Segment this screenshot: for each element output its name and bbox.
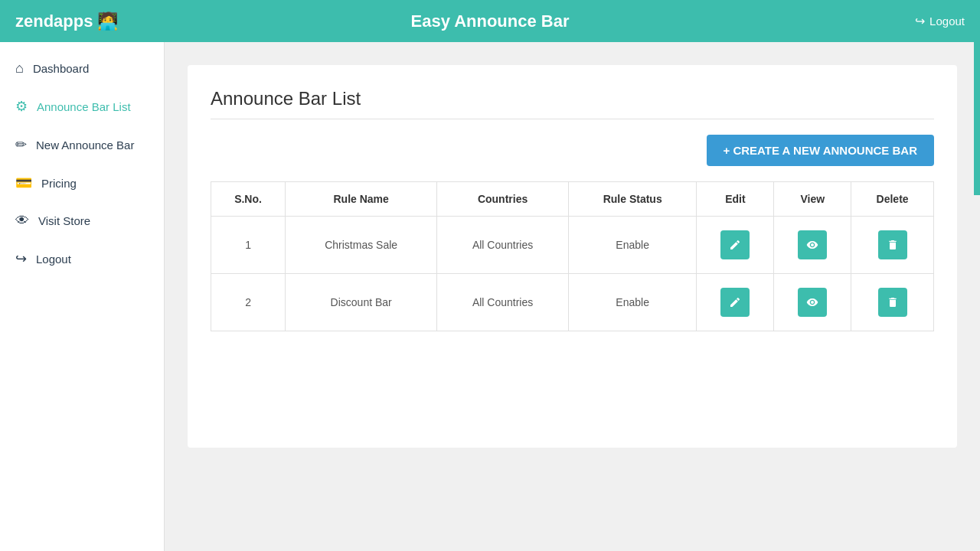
view-icon-1 <box>806 239 818 251</box>
edit-button-2[interactable] <box>720 288 750 317</box>
edit-icon: ✏ <box>15 136 27 153</box>
view-button-2[interactable] <box>798 288 827 317</box>
sidebar-item-visit-store[interactable]: 👁 Visit Store <box>0 202 164 240</box>
col-countries: Countries <box>437 182 569 217</box>
main-layout: ⌂ Dashboard ⚙ Announce Bar List ✏ New An… <box>0 42 980 551</box>
gear-icon: ⚙ <box>15 98 28 115</box>
edit-icon-1 <box>729 239 741 251</box>
delete-button-2[interactable] <box>878 288 907 317</box>
col-delete: Delete <box>851 182 934 217</box>
sidebar-label-pricing: Pricing <box>41 177 77 190</box>
col-edit: Edit <box>697 182 774 217</box>
sidebar-label-logout: Logout <box>36 253 71 266</box>
cell-rule-name: Discount Bar <box>286 274 437 331</box>
view-icon-2 <box>806 296 818 308</box>
page-title: Announce Bar List <box>211 88 934 119</box>
cell-rule-name: Christmas Sale <box>286 217 437 274</box>
main-content: Announce Bar List + CREATE A NEW ANNOUNC… <box>165 42 980 551</box>
cell-view <box>774 217 851 274</box>
create-announce-bar-button[interactable]: + CREATE A NEW ANNOUNCE BAR <box>707 135 934 166</box>
cell-rule-status: Enable <box>568 217 697 274</box>
sidebar-item-logout[interactable]: ↪ Logout <box>0 240 164 278</box>
sidebar-label-announce-bar-list: Announce Bar List <box>37 100 131 113</box>
cell-view <box>774 274 851 331</box>
table-row: 2 Discount Bar All Countries Enable <box>211 274 934 331</box>
cell-sno: 2 <box>211 274 286 331</box>
app-header: zendapps 🧑‍💻 Easy Announce Bar ↪ Logout <box>0 0 980 42</box>
cell-edit <box>697 274 774 331</box>
sidebar-label-dashboard: Dashboard <box>33 62 89 75</box>
cell-delete <box>851 217 934 274</box>
eye-icon: 👁 <box>15 213 29 229</box>
logout-button[interactable]: ↪ Logout <box>915 14 965 28</box>
cell-delete <box>851 274 934 331</box>
logout-label: Logout <box>929 15 965 28</box>
delete-icon-2 <box>887 296 899 308</box>
view-button-1[interactable] <box>798 230 827 259</box>
sidebar-label-new-announce-bar: New Announce Bar <box>36 139 134 152</box>
cell-edit <box>697 217 774 274</box>
col-rule-status: Rule Status <box>568 182 697 217</box>
col-rule-name: Rule Name <box>286 182 437 217</box>
edit-icon-2 <box>729 296 741 308</box>
home-icon: ⌂ <box>15 60 24 77</box>
table-row: 1 Christmas Sale All Countries Enable <box>211 217 934 274</box>
logout-icon: ↪ <box>915 14 925 28</box>
table-header-row: S.No. Rule Name Countries Rule Status Ed… <box>211 182 934 217</box>
logo-icon: 🧑‍💻 <box>97 11 118 31</box>
sidebar-item-new-announce-bar[interactable]: ✏ New Announce Bar <box>0 126 164 164</box>
pricing-icon: 💳 <box>15 174 32 191</box>
delete-icon-1 <box>887 239 899 251</box>
col-view: View <box>774 182 851 217</box>
scroll-accent <box>974 42 980 195</box>
logo-text: zendapps <box>15 11 93 31</box>
edit-button-1[interactable] <box>720 230 750 259</box>
cell-countries: All Countries <box>437 217 569 274</box>
sidebar-label-visit-store: Visit Store <box>38 214 90 227</box>
logout-sidebar-icon: ↪ <box>15 250 27 267</box>
cell-rule-status: Enable <box>568 274 697 331</box>
header-title: Easy Announce Bar <box>410 11 569 31</box>
announce-bar-table: S.No. Rule Name Countries Rule Status Ed… <box>211 181 934 331</box>
logo: zendapps 🧑‍💻 <box>15 11 118 31</box>
cell-sno: 1 <box>211 217 286 274</box>
sidebar: ⌂ Dashboard ⚙ Announce Bar List ✏ New An… <box>0 42 165 551</box>
sidebar-item-dashboard[interactable]: ⌂ Dashboard <box>0 50 164 87</box>
create-btn-wrapper: + CREATE A NEW ANNOUNCE BAR <box>211 135 934 166</box>
sidebar-item-pricing[interactable]: 💳 Pricing <box>0 164 164 202</box>
col-sno: S.No. <box>211 182 286 217</box>
content-card: Announce Bar List + CREATE A NEW ANNOUNC… <box>188 65 957 448</box>
delete-button-1[interactable] <box>878 230 907 259</box>
cell-countries: All Countries <box>437 274 569 331</box>
sidebar-item-announce-bar-list[interactable]: ⚙ Announce Bar List <box>0 87 164 126</box>
